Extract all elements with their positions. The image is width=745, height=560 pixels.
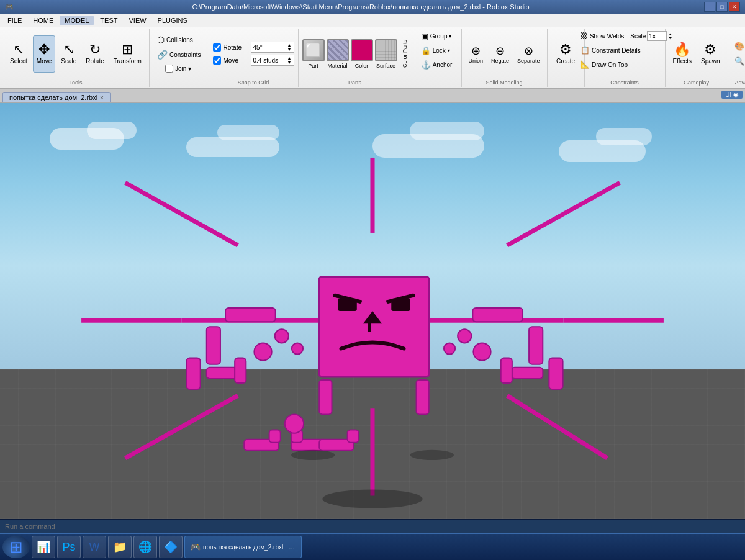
scale-input[interactable] [647,31,667,41]
part-button[interactable]: ⬜ [302,39,325,61]
lock-icon: 🔒 [421,46,431,55]
advanced-btn-3[interactable]: 🔍 [732,55,745,68]
word-taskbar-icon[interactable]: W [83,536,106,558]
svg-point-43 [291,450,335,460]
transform-button[interactable]: ⊞ Transform [110,35,145,73]
svg-point-28 [275,329,289,343]
effects-icon: 🔥 [674,43,690,56]
collisions-row[interactable]: ⬡ Collisions [153,33,205,47]
spawn-icon: ⚙ [704,43,716,56]
menu-model[interactable]: MODEL [60,16,94,25]
show-welds-row: ⛓ Show Welds Scale ▲ ▼ [577,30,672,42]
scale-button[interactable]: ⤡ Scale [57,35,80,73]
tab-close-button[interactable]: × [100,94,104,101]
spawn-button[interactable]: ⚙ Spawn [697,35,724,73]
viewport-wrapper [0,103,745,519]
svg-point-30 [473,343,490,360]
menu-plugins[interactable]: PLUGINS [153,16,192,25]
explorer-icon: 📁 [113,540,127,554]
rotate-input[interactable]: 45° ▲ ▼ [251,42,294,53]
command-input[interactable] [5,523,740,530]
draw-on-top-icon: 📐 [580,60,590,69]
move-button[interactable]: ✥ Move [33,35,55,73]
advanced-btn-1[interactable]: 🎨 [732,40,745,53]
svg-rect-24 [549,358,562,389]
svg-point-27 [254,343,271,360]
move-input[interactable]: 0.4 studs ▲ ▼ [251,55,294,66]
minimize-button[interactable]: ─ [704,2,715,12]
material-button[interactable] [327,39,349,61]
menu-file[interactable]: FILE [2,16,27,25]
lock-dropdown[interactable]: ▾ [448,48,450,53]
editor-tab[interactable]: попытка сделать дом_2.rbxl × [2,92,111,102]
anchor-button[interactable]: ⚓ Anchor [417,58,456,71]
rotate-button[interactable]: ↻ Rotate [82,35,107,73]
collisions-content: ⬡ Collisions 🔗 Constraints Join ▾ [153,30,205,78]
photoshop-taskbar-icon[interactable]: Ps [57,536,81,558]
surface-button[interactable] [375,39,397,61]
menu-test[interactable]: TEST [95,16,122,25]
close-button[interactable]: ✕ [729,2,740,12]
viewport[interactable] [0,103,745,519]
lock-button[interactable]: 🔒 Lock ▾ [417,44,454,57]
collisions-group: ⬡ Collisions 🔗 Constraints Join ▾ Collis… [150,29,209,87]
group-button[interactable]: ▣ Group ▾ [417,30,456,43]
photoshop-icon: Ps [62,541,75,554]
start-icon: ⊞ [9,538,23,557]
show-welds-button[interactable]: ⛓ Show Welds [577,30,628,42]
svg-line-7 [507,395,607,458]
solid-modeling-content: ⊕ Union ⊖ Negate ⊗ Separate [466,30,543,78]
union-button[interactable]: ⊕ Union [466,42,487,66]
svg-point-32 [444,343,455,354]
svg-point-29 [292,343,303,354]
advanced-content: 🎨 ⚙ 🔍 📦 [732,30,745,78]
separate-button[interactable]: ⊗ Separate [514,42,543,66]
tools-buttons: ↖ Select ✥ Move ⤡ Scale ↻ Rotate ⊞ Tra [6,30,145,78]
chrome-taskbar-icon[interactable]: 🌐 [133,536,157,558]
move-spinner[interactable]: ▲ ▼ [287,56,292,65]
explorer-taskbar-icon[interactable]: 📁 [108,536,132,558]
rotate-checkbox[interactable] [213,43,221,52]
constraint-details-button[interactable]: 📋 Constraint Details [577,44,644,56]
gameplay-content: 🔥 Effects ⚙ Spawn [669,30,724,78]
title-icon: 🎮 [5,3,14,11]
roblox-taskbar-icon: 🎮 [190,542,201,552]
rotate-icon: ↻ [89,43,101,56]
roblox-taskbar-app[interactable]: 🎮 попытка сделать дом_2.rbxl - Roblox St… [184,536,302,558]
create-icon: ⚙ [559,43,572,56]
join-checkbox[interactable] [165,65,173,73]
ribbon-content: ↖ Select ✥ Move ⤡ Scale ↻ Rotate ⊞ Tra [0,27,745,88]
draw-on-top-button[interactable]: 📐 Draw On Top [577,58,631,71]
rotate-snap-row: Rotate 45° ▲ ▼ [213,42,294,53]
move-checkbox[interactable] [213,56,221,65]
tabbar-wrapper: попытка сделать дом_2.rbxl × UI ◉ [0,89,745,103]
menu-view[interactable]: VIEW [124,16,151,25]
constraints-row[interactable]: 🔗 Constraints [153,48,205,61]
menu-home[interactable]: HOME [28,16,58,25]
union-icon: ⊕ [471,44,481,58]
maximize-button[interactable]: □ [716,2,728,12]
effects-button[interactable]: 🔥 Effects [669,35,695,73]
snap-content: Rotate 45° ▲ ▼ Move 0.4 [213,30,294,78]
rotate-spinner[interactable]: ▲ ▼ [287,43,292,52]
svg-rect-20 [207,368,238,379]
excel-taskbar-icon[interactable]: 📊 [32,536,55,558]
svg-rect-25 [512,368,543,379]
join-row[interactable]: Join ▾ [153,63,205,75]
color-button[interactable] [351,39,373,61]
select-button[interactable]: ↖ Select [6,35,31,73]
svg-point-42 [322,489,422,508]
app-taskbar-icon[interactable]: 🔷 [159,536,183,558]
group-dropdown[interactable]: ▾ [449,34,451,39]
svg-rect-18 [207,327,220,364]
material-btn-col: Material [327,39,349,69]
character-scene [0,103,745,519]
ui-badge[interactable]: UI ◉ [721,91,743,99]
color-parts-col: Color Parts [402,40,408,68]
negate-button[interactable]: ⊖ Negate [488,42,512,66]
start-button[interactable]: ⊞ [2,536,30,558]
svg-rect-23 [529,327,543,364]
constraints-ribbon-group: ⛓ Show Welds Scale ▲ ▼ 📋 Constraint D [585,29,666,87]
group-content: ▣ Group ▾ 🔒 Lock ▾ ⚓ Anchor [417,30,456,78]
join-dropdown-icon[interactable]: ▾ [188,65,191,72]
